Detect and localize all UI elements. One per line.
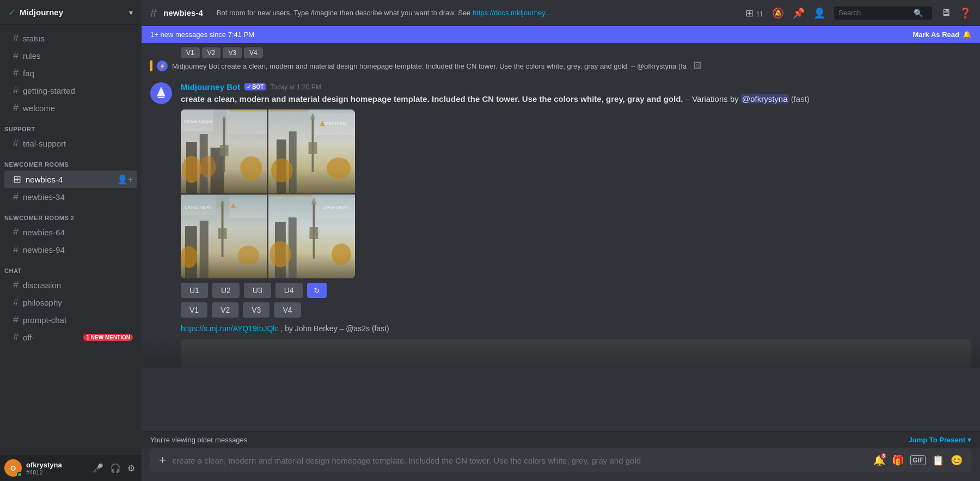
gif-icon[interactable]: GIF bbox=[910, 455, 926, 465]
section-support[interactable]: SUPPORT bbox=[0, 117, 142, 135]
sidebar-item-getting-started[interactable]: # getting-started bbox=[4, 82, 137, 99]
sidebar-item-newbies-94[interactable]: # newbies-94 bbox=[4, 241, 137, 258]
mute-button[interactable]: 🎤 bbox=[90, 461, 106, 476]
sidebar-item-welcome[interactable]: # welcome bbox=[4, 100, 137, 117]
sidebar-item-philosophy[interactable]: # philosophy bbox=[4, 294, 137, 311]
sidebar-item-newbies-64[interactable]: # newbies-64 bbox=[4, 224, 137, 241]
status-dot bbox=[17, 472, 22, 477]
link-suffix: , by John Berkey – @as2s (fast) bbox=[280, 324, 389, 333]
pin-icon[interactable]: 📌 bbox=[793, 7, 805, 19]
top-v1-button[interactable]: V1 bbox=[181, 47, 200, 58]
add-member-icon[interactable]: 👤 bbox=[813, 7, 825, 19]
svg-text:GANA THOM: GANA THOM bbox=[323, 121, 346, 125]
section-newcomer-rooms[interactable]: NEWCOMER ROOMS bbox=[0, 153, 142, 170]
svg-point-36 bbox=[237, 246, 259, 265]
collapsed-message-text: Midjourney Bot create a clean, modern an… bbox=[172, 62, 687, 70]
image-thumbnail-icon: 🖼 bbox=[693, 61, 702, 71]
refresh-button[interactable]: ↻ bbox=[307, 283, 327, 298]
image-cell-3[interactable]: CANIO NEAN bbox=[181, 194, 267, 278]
bell-button[interactable]: 🔔 3 bbox=[873, 454, 885, 466]
search-icon: 🔍 bbox=[914, 9, 923, 17]
messages-area[interactable]: 1+ new messages since 7:41 PM Mark As Re… bbox=[142, 26, 980, 431]
image-cell-2[interactable]: GANA THOM bbox=[268, 109, 355, 193]
server-name: Midjourney bbox=[20, 8, 63, 17]
sidebar-item-trial-support[interactable]: # trial-support bbox=[4, 135, 137, 152]
new-messages-text: 1+ new messages since 7:41 PM bbox=[150, 31, 254, 39]
v1-button[interactable]: V1 bbox=[181, 302, 207, 318]
hash-icon: # bbox=[13, 50, 19, 62]
add-content-button[interactable]: + bbox=[159, 453, 166, 467]
sticker-icon[interactable]: 📋 bbox=[932, 454, 944, 466]
sidebar-item-rules[interactable]: # rules bbox=[4, 47, 137, 64]
svg-point-35 bbox=[181, 246, 198, 268]
gift-icon[interactable]: 🎁 bbox=[892, 454, 904, 466]
channel-hash-icon: # bbox=[150, 6, 157, 20]
top-v3-button[interactable]: V3 bbox=[223, 47, 242, 58]
older-messages-text: You're viewing older messages bbox=[150, 436, 247, 444]
members-icon[interactable]: ⊞ 11 bbox=[745, 7, 763, 19]
hash-icon: # bbox=[13, 227, 19, 238]
top-v2-button[interactable]: V2 bbox=[202, 47, 221, 58]
emoji-icon[interactable]: 😊 bbox=[951, 454, 963, 466]
bell-badge: 3 bbox=[880, 452, 887, 460]
sidebar-item-prompt-chat[interactable]: # prompt-chat bbox=[4, 312, 137, 328]
u1-button[interactable]: U1 bbox=[181, 283, 208, 298]
server-header[interactable]: ✓ Midjourney ▾ bbox=[0, 0, 142, 25]
user-area: O ofkrystyna #4812 🎤 🎧 ⚙ bbox=[0, 455, 142, 481]
search-input[interactable] bbox=[838, 9, 909, 17]
svg-text:COANI NIDAN: COANI NIDAN bbox=[184, 119, 212, 124]
message-author: Midjourney Bot bbox=[181, 82, 240, 92]
svg-rect-31 bbox=[200, 221, 209, 278]
section-chat[interactable]: CHAT bbox=[0, 259, 142, 276]
image-cell-1[interactable]: COANI NIDAN bbox=[181, 109, 267, 193]
add-member-icon[interactable]: 👤+ bbox=[117, 174, 133, 185]
deafen-button[interactable]: 🎧 bbox=[108, 461, 123, 476]
message-input[interactable] bbox=[173, 450, 867, 471]
v4-button[interactable]: V4 bbox=[274, 302, 301, 318]
sidebar-item-off[interactable]: # off- 1 NEW MENTION bbox=[4, 329, 137, 346]
refresh-icon: ↻ bbox=[314, 286, 320, 295]
link-message: https://s.mj.run/AYQ19tbJQlc , by John B… bbox=[142, 320, 980, 335]
channel-header-name: newbies-4 bbox=[163, 8, 203, 17]
top-v4-button[interactable]: V4 bbox=[244, 47, 263, 58]
bot-avatar bbox=[150, 82, 172, 104]
message-text: create a clean, modern and material desi… bbox=[181, 94, 971, 105]
channel-link[interactable]: https://docs.midjourney.... bbox=[473, 9, 553, 17]
search-box[interactable]: 🔍 bbox=[834, 7, 932, 20]
u4-button[interactable]: U4 bbox=[275, 283, 303, 298]
v3-button[interactable]: V3 bbox=[243, 302, 270, 318]
v2-button[interactable]: V2 bbox=[212, 302, 238, 318]
mark-read-button[interactable]: Mark As Read 🔔 bbox=[913, 31, 972, 39]
help-icon[interactable]: ❓ bbox=[959, 7, 971, 19]
message-header: Midjourney Bot ✓ BOT Today at 1:20 PM bbox=[181, 82, 971, 92]
bottom-preview bbox=[142, 335, 980, 368]
mention[interactable]: @ofkrystyna bbox=[741, 94, 789, 103]
prompt-text: create a clean, modern and material desi… bbox=[181, 94, 683, 103]
user-discriminator: #4812 bbox=[26, 469, 86, 476]
referenced-message: ⚡ Midjourney Bot create a clean, modern … bbox=[142, 58, 980, 74]
external-link[interactable]: https://s.mj.run/AYQ19tbJQlc bbox=[181, 324, 278, 333]
chevron-down-icon: ▾ bbox=[129, 8, 133, 17]
message-input-box: + 🔔 3 🎁 GIF 📋 😊 bbox=[150, 448, 971, 472]
svg-point-24 bbox=[327, 157, 351, 179]
sidebar-item-newbies-4[interactable]: ⊞ newbies-4 👤+ bbox=[4, 171, 137, 188]
input-right-icons: 🔔 3 🎁 GIF 📋 😊 bbox=[873, 454, 963, 466]
message-group: Midjourney Bot ✓ BOT Today at 1:20 PM cr… bbox=[142, 74, 980, 320]
sidebar-item-status[interactable]: # status bbox=[4, 30, 137, 47]
sidebar-item-faq[interactable]: # faq bbox=[4, 65, 137, 82]
settings-button[interactable]: ⚙ bbox=[125, 461, 137, 476]
new-messages-bar[interactable]: 1+ new messages since 7:41 PM Mark As Re… bbox=[142, 26, 980, 43]
sidebar-item-newbies-34[interactable]: # newbies-34 bbox=[4, 188, 137, 205]
hash-icon: # bbox=[13, 85, 19, 96]
notifications-icon[interactable]: 🔕 bbox=[772, 7, 784, 19]
u3-button[interactable]: U3 bbox=[244, 283, 271, 298]
jump-to-present-button[interactable]: Jump To Present ▾ bbox=[908, 436, 971, 444]
u2-button[interactable]: U2 bbox=[212, 283, 240, 298]
sidebar-item-discussion[interactable]: # discussion bbox=[4, 277, 137, 294]
section-newcomer-rooms-2[interactable]: NEWCOMER ROOMS 2 bbox=[0, 206, 142, 223]
hash-icon: # bbox=[13, 33, 19, 44]
inbox-icon[interactable]: 🖥 bbox=[941, 7, 951, 19]
svg-rect-39 bbox=[181, 194, 216, 215]
header-icons: ⊞ 11 🔕 📌 👤 🔍 🖥 ❓ bbox=[745, 7, 971, 20]
image-cell-4[interactable]: LOANA NIGAN bbox=[268, 194, 355, 278]
